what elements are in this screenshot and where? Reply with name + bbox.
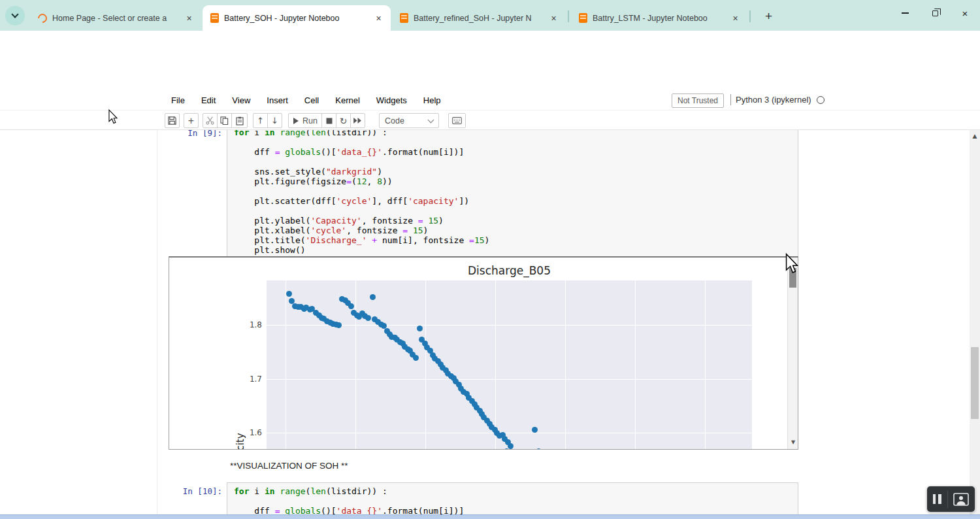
gridline-vertical [355, 280, 356, 450]
markdown-cell-text[interactable]: **VISUALIZATION OF SOH ** [230, 461, 348, 471]
copy-cell-button[interactable] [217, 113, 232, 128]
code-token: , [367, 176, 378, 186]
webcam-overlay-button[interactable] [953, 493, 969, 506]
code-line[interactable]: plt.title('Discharge_' + num[i], fontsiz… [234, 235, 798, 245]
code-token: 15 [428, 216, 438, 226]
code-token: 'capacity' [408, 196, 459, 206]
move-cell-up-button[interactable]: ↑ [253, 113, 268, 128]
scatter-plot [267, 280, 752, 450]
code-line[interactable]: sns.set_style("darkgrid") [234, 167, 798, 176]
fast-forward-icon [353, 118, 362, 124]
code-line[interactable]: for i in range(len(listdir)) : [234, 486, 798, 496]
code-token: plt.xlabel( [234, 226, 310, 235]
menu-insert[interactable]: Insert [267, 95, 288, 105]
scatter-point [536, 448, 542, 450]
tab-divider [749, 10, 751, 22]
code-line[interactable] [234, 206, 798, 216]
command-palette-button[interactable] [448, 113, 466, 128]
cut-cell-button[interactable] [203, 113, 218, 128]
menu-kernel[interactable]: Kernel [335, 95, 360, 105]
interrupt-kernel-button[interactable] [321, 113, 336, 128]
code-token: dff [234, 147, 275, 157]
menu-help[interactable]: Help [423, 95, 441, 105]
code-line[interactable] [234, 137, 798, 147]
code-cell-in10[interactable]: for i in range(len(listdir)) : dff = glo… [227, 482, 798, 514]
cell-prompt-in9: In [9]: [176, 130, 222, 138]
scroll-down-icon[interactable]: ▼ [788, 439, 798, 445]
tab-search-button[interactable] [5, 6, 25, 25]
code-token: "darkgrid" [326, 167, 377, 176]
notebook-icon [579, 13, 587, 23]
close-icon[interactable]: × [373, 12, 384, 24]
scatter-point [336, 322, 342, 328]
code-token: in [265, 486, 275, 496]
restart-run-all-button[interactable] [350, 113, 365, 128]
tab-home-page[interactable]: Home Page - Select or create a × [30, 5, 201, 31]
tab-battery-soh[interactable]: Battery_SOH - Jupyter Noteboo × [203, 5, 391, 31]
paste-cell-button[interactable] [231, 113, 248, 128]
menu-cell[interactable]: Cell [304, 95, 319, 105]
pause-button[interactable] [933, 494, 941, 504]
menu-file[interactable]: File [171, 95, 185, 105]
code-line[interactable] [234, 186, 798, 196]
output-scrollbar[interactable]: ▲ ▼ [787, 258, 798, 449]
close-icon[interactable]: × [184, 12, 195, 24]
save-button[interactable] [165, 113, 180, 128]
gridline-vertical [635, 280, 636, 450]
cell-type-dropdown[interactable]: Code [379, 113, 439, 128]
close-icon[interactable]: × [548, 12, 559, 24]
code-cell-in9[interactable]: for i in range(len(listdir)) : dff = glo… [227, 130, 798, 257]
play-icon [293, 118, 299, 124]
kernel-name: Python 3 (ipykernel) [736, 95, 811, 105]
minimize-button[interactable] [890, 0, 920, 26]
code-token: , fontsize [346, 226, 402, 235]
tab-battery-refined-soh[interactable]: Battery_refined_SoH - Jupyter N × [392, 5, 566, 31]
minimize-icon [902, 12, 909, 14]
browser-tab-strip: Home Page - Select or create a × Battery… [0, 0, 980, 31]
close-icon[interactable]: × [730, 12, 741, 24]
menu-widgets[interactable]: Widgets [376, 95, 407, 105]
code-line[interactable]: for i in range(len(listdir)) : [234, 130, 798, 137]
page-scrollbar-thumb[interactable] [971, 347, 979, 419]
scatter-point [370, 294, 376, 300]
restore-button[interactable] [920, 0, 950, 26]
code-line[interactable]: dff = globals()['data_{}'.format(num[i])… [234, 506, 798, 514]
trust-status-button[interactable]: Not Trusted [672, 93, 724, 108]
code-line[interactable] [234, 157, 798, 167]
code-line[interactable]: plt.ylabel('Capacity', fontsize = 15) [234, 216, 798, 226]
code-token: plt.show() [234, 245, 306, 255]
menu-view[interactable]: View [232, 95, 250, 105]
gridline-vertical [495, 280, 496, 450]
save-icon [168, 116, 176, 125]
code-line[interactable]: dff = globals()['data_{}'.format(num[i])… [234, 147, 798, 157]
code-editor[interactable]: for i in range(len(listdir)) : dff = glo… [234, 130, 798, 255]
code-line[interactable]: plt.show() [234, 245, 798, 255]
cell-output-area[interactable]: Discharge_B05 1.8 1.7 1.6 Capacity ▲ ▼ [169, 256, 798, 450]
divider [947, 491, 948, 508]
tab-battry-lstm[interactable]: Battry_LSTM - Jupyter Noteboo × [571, 5, 747, 31]
add-cell-button[interactable]: + [184, 113, 199, 128]
code-token: num[i], fontsize [377, 235, 469, 245]
code-token: in [265, 130, 275, 137]
run-button[interactable]: Run [288, 113, 322, 128]
gridline-horizontal [267, 379, 752, 380]
restore-icon [932, 10, 938, 16]
code-token: 'cycle' [336, 196, 372, 206]
code-line[interactable]: plt.scatter(dff['cycle'], dff['capacity'… [234, 196, 798, 206]
code-token: = [418, 216, 423, 226]
code-line[interactable]: plt.xlabel('cycle', fontsize = 15) [234, 226, 798, 235]
code-line[interactable]: plt.figure(figsize=(12, 8)) [234, 176, 798, 186]
recording-controls [927, 486, 975, 512]
code-token: = [402, 226, 408, 235]
close-window-button[interactable]: × [950, 0, 980, 26]
code-line[interactable] [234, 496, 798, 506]
code-token: plt.ylabel( [234, 216, 310, 226]
scroll-up-icon[interactable]: ▲ [970, 133, 980, 139]
page-scrollbar[interactable]: ▲ [970, 130, 980, 514]
menu-edit[interactable]: Edit [201, 95, 216, 105]
restart-kernel-button[interactable]: ↻ [336, 113, 351, 128]
move-cell-down-button[interactable]: ↓ [267, 113, 282, 128]
clipboard-icon [235, 116, 244, 126]
code-editor[interactable]: for i in range(len(listdir)) : dff = glo… [234, 486, 798, 514]
new-tab-button[interactable]: + [760, 8, 777, 24]
